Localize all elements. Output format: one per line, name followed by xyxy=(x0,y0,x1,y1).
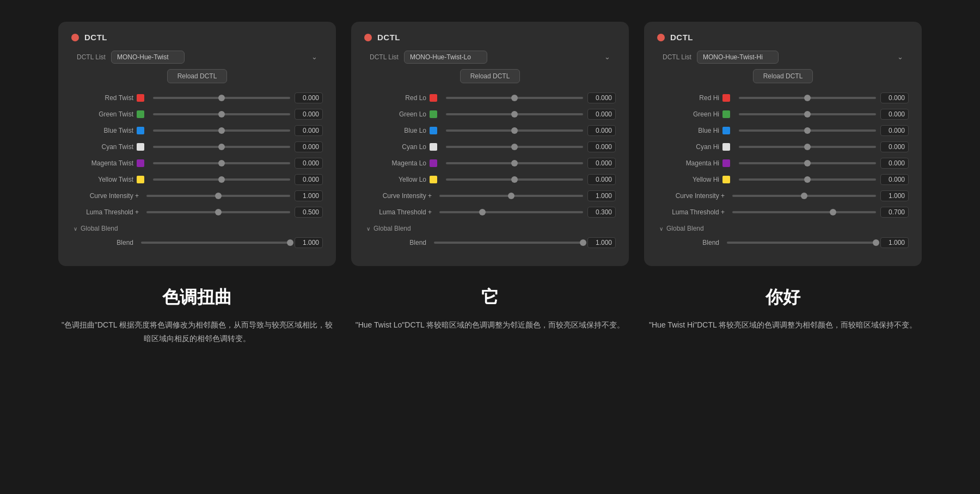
extra-param-value[interactable] xyxy=(880,190,909,201)
extra-slider-thumb[interactable] xyxy=(479,209,486,215)
color-swatch xyxy=(430,94,437,102)
reload-dctl-button[interactable]: Reload DCTL xyxy=(753,69,813,83)
slider-track[interactable] xyxy=(153,97,290,99)
param-value[interactable] xyxy=(880,92,909,103)
extra-param-value[interactable] xyxy=(295,190,323,201)
slider-thumb[interactable] xyxy=(804,111,811,118)
slider-thumb[interactable] xyxy=(804,127,811,134)
slider-thumb[interactable] xyxy=(218,95,225,101)
blend-value[interactable] xyxy=(295,237,323,248)
slider-thumb[interactable] xyxy=(511,95,518,101)
slider-track[interactable] xyxy=(153,129,290,132)
slider-track[interactable] xyxy=(446,178,583,181)
slider-thumb[interactable] xyxy=(511,144,518,150)
reload-dctl-button[interactable]: Reload DCTL xyxy=(167,69,228,83)
blend-track[interactable] xyxy=(434,242,583,244)
color-swatch xyxy=(722,143,730,151)
slider-track[interactable] xyxy=(739,146,876,148)
slider-thumb[interactable] xyxy=(218,160,225,166)
dctl-select[interactable]: MONO-Hue-Twist xyxy=(111,51,185,64)
param-value[interactable] xyxy=(587,158,616,169)
extra-slider-thumb[interactable] xyxy=(215,193,222,199)
slider-thumb[interactable] xyxy=(218,111,225,118)
reload-dctl-button[interactable]: Reload DCTL xyxy=(460,69,520,83)
extra-slider-track[interactable] xyxy=(146,211,290,213)
blend-thumb[interactable] xyxy=(873,239,879,246)
slider-track[interactable] xyxy=(153,146,290,148)
blend-thumb[interactable] xyxy=(287,239,293,246)
slider-track[interactable] xyxy=(739,97,876,99)
slider-thumb[interactable] xyxy=(511,160,518,166)
dctl-select[interactable]: MONO-Hue-Twist-Lo xyxy=(404,51,487,64)
slider-thumb[interactable] xyxy=(511,127,518,134)
extra-slider-thumb[interactable] xyxy=(215,209,222,215)
slider-track[interactable] xyxy=(739,178,876,181)
extra-slider-track[interactable] xyxy=(732,195,876,197)
extra-param-value[interactable] xyxy=(295,207,323,218)
blend-value[interactable] xyxy=(880,237,909,248)
slider-track[interactable] xyxy=(153,162,290,164)
extra-slider-thumb[interactable] xyxy=(508,193,514,199)
slider-track[interactable] xyxy=(153,113,290,115)
param-value[interactable] xyxy=(587,92,616,103)
global-blend-header: ∨ Global Blend xyxy=(364,225,616,232)
extra-slider-thumb[interactable] xyxy=(830,209,836,215)
param-value[interactable] xyxy=(295,109,323,120)
param-value[interactable] xyxy=(587,174,616,185)
param-value[interactable] xyxy=(295,125,323,136)
param-value[interactable] xyxy=(295,158,323,169)
extra-slider-track[interactable] xyxy=(439,211,583,213)
param-label: Blue Lo xyxy=(364,127,430,134)
slider-thumb[interactable] xyxy=(804,176,811,183)
slider-track[interactable] xyxy=(446,162,583,164)
param-value[interactable] xyxy=(880,141,909,152)
blend-track[interactable] xyxy=(141,242,290,244)
extra-param-value[interactable] xyxy=(587,190,616,201)
select-wrapper[interactable]: MONO-Hue-Twist-Hi xyxy=(697,51,909,64)
param-value[interactable] xyxy=(295,92,323,103)
slider-track[interactable] xyxy=(446,113,583,115)
extra-param-value[interactable] xyxy=(587,207,616,218)
slider-thumb[interactable] xyxy=(218,127,225,134)
slider-track[interactable] xyxy=(446,129,583,132)
slider-thumb[interactable] xyxy=(511,176,518,183)
param-row-3: Cyan Twist xyxy=(71,140,323,154)
select-wrapper[interactable]: MONO-Hue-Twist-Lo xyxy=(404,51,616,64)
blend-row: Blend xyxy=(657,236,909,250)
slider-track[interactable] xyxy=(446,97,583,99)
slider-thumb[interactable] xyxy=(511,111,518,118)
dctl-select[interactable]: MONO-Hue-Twist-Hi xyxy=(697,51,779,64)
param-row-5: Yellow Lo xyxy=(364,172,616,187)
slider-track[interactable] xyxy=(153,178,290,181)
extra-slider-track[interactable] xyxy=(732,211,876,213)
extra-slider-track[interactable] xyxy=(146,195,290,197)
param-value[interactable] xyxy=(880,174,909,185)
global-blend-label: Global Blend xyxy=(81,225,118,232)
slider-thumb[interactable] xyxy=(804,144,811,150)
param-value[interactable] xyxy=(880,109,909,120)
slider-track[interactable] xyxy=(446,146,583,148)
slider-thumb[interactable] xyxy=(804,95,811,101)
param-value[interactable] xyxy=(295,141,323,152)
slider-track[interactable] xyxy=(739,162,876,164)
param-label: Yellow Lo xyxy=(364,176,430,183)
param-value[interactable] xyxy=(587,125,616,136)
extra-param-value[interactable] xyxy=(880,207,909,218)
slider-thumb[interactable] xyxy=(804,160,811,166)
blend-thumb[interactable] xyxy=(580,239,586,246)
extra-slider-track[interactable] xyxy=(439,195,583,197)
blend-track[interactable] xyxy=(727,242,876,244)
slider-thumb[interactable] xyxy=(218,176,225,183)
blend-value[interactable] xyxy=(587,237,616,248)
slider-track[interactable] xyxy=(739,129,876,132)
param-value[interactable] xyxy=(587,141,616,152)
extra-slider-thumb[interactable] xyxy=(801,193,807,199)
param-value[interactable] xyxy=(295,174,323,185)
select-wrapper[interactable]: MONO-Hue-Twist xyxy=(111,51,323,64)
param-value[interactable] xyxy=(880,125,909,136)
slider-thumb[interactable] xyxy=(218,144,225,150)
param-value[interactable] xyxy=(880,158,909,169)
slider-track[interactable] xyxy=(739,113,876,115)
extra-param-label: Luma Threshold + xyxy=(364,208,435,216)
param-value[interactable] xyxy=(587,109,616,120)
